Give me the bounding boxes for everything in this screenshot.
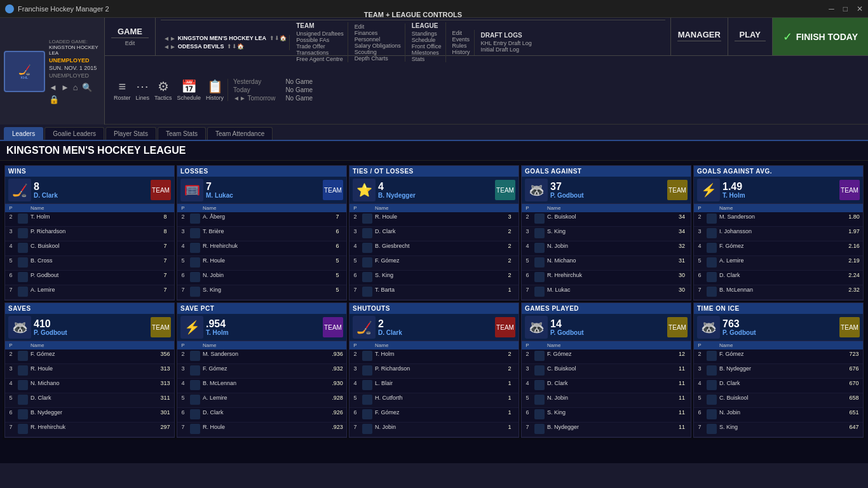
league-events[interactable]: Events — [452, 36, 470, 43]
stat-table-body: 2 T. Holm 2 3 P. Richardson 2 4 L. Blair… — [349, 349, 519, 437]
roster-btn[interactable]: ≡ Roster — [114, 79, 131, 101]
leader-number: 8 — [34, 182, 148, 192]
tab-goalie-leaders[interactable]: Goalie Leaders — [44, 127, 104, 140]
stat-table-body: 2 F. Gómez 723 3 B. Nydegger 676 4 D. Cl… — [694, 349, 863, 437]
leader-avatar: 🏒 — [8, 179, 31, 201]
stat-row: 3 F. Gómez .932 — [177, 364, 346, 379]
stat-row: 5 N. Jobin 11 — [522, 393, 691, 408]
team-menu-title: TEAM — [296, 22, 344, 29]
lock-btn[interactable]: 🔒 — [49, 95, 59, 104]
team-scouting[interactable]: Scouting — [355, 49, 401, 55]
stat-row: 6 D. Clark 2.24 — [694, 271, 863, 285]
league-title: LEAGUE — [412, 22, 442, 29]
stat-row: 4 R. Hrehirchuk 6 — [177, 241, 346, 256]
yesterday-value: No Game — [285, 78, 313, 85]
stat-row: 5 B. Cross 7 — [5, 256, 174, 271]
stat-row: 6 S. King 2 — [349, 271, 519, 285]
stat-leader: 🦝 37 P. Godbout TEAM — [522, 177, 691, 204]
stat-row: 4 L. Blair 1 — [349, 379, 519, 393]
stat-table-body: 2 C. Buiskool 34 3 S. King 34 4 N. Jobin… — [522, 212, 691, 300]
initial-draft-log[interactable]: Initial Draft Log — [481, 46, 532, 53]
stat-row: 7 B. McLennan 2.32 — [694, 285, 863, 300]
close-btn[interactable]: ✕ — [857, 4, 863, 13]
stat-table-header: P Name — [694, 341, 863, 349]
league-edit[interactable]: Edit — [452, 30, 470, 36]
league-schedule[interactable]: Schedule — [412, 37, 442, 43]
stat-row: 6 P. Godbout 7 — [5, 271, 174, 285]
stat-table: P Name 2 M. Sanderson 1.80 3 I. Johansso… — [694, 204, 863, 300]
game-menu: GAME Edit — [105, 18, 156, 55]
team-personnel[interactable]: Personnel — [355, 36, 401, 43]
league-rules[interactable]: Rules — [452, 43, 470, 49]
stat-row: 3 T. Brière 6 — [177, 227, 346, 241]
stat-card-goals_against_avg: GOALS AGAINST AVG. ⚡ 1.49 T. Holm TEAM P… — [693, 165, 864, 301]
app-header: 🏒 KHL LOADED GAME: KINGSTON HOCKEY LEA U… — [0, 18, 868, 125]
stat-row: 2 A. Åberg 7 — [177, 212, 346, 227]
team-edit[interactable]: Edit — [355, 24, 401, 30]
stat-row: 3 P. Richardson 8 — [5, 227, 174, 241]
team-logo: 🏒 KHL — [4, 51, 45, 92]
stat-row: 6 N. Jobin 5 — [177, 271, 346, 285]
stat-card-title: GAMES PLAYED — [522, 303, 691, 314]
search-btn[interactable]: 🔍 — [82, 83, 92, 92]
nav-right-btn[interactable]: ► — [61, 83, 69, 92]
stat-table: P Name 2 C. Buiskool 34 3 S. King 34 4 N… — [522, 204, 691, 300]
minimize-btn[interactable]: ─ — [829, 4, 834, 13]
leader-number: 4 — [378, 182, 492, 192]
tab-player-stats[interactable]: Player Stats — [105, 127, 156, 140]
stat-leader: ⭐ 4 B. Nydegger TEAM — [349, 177, 519, 204]
leader-avatar: 🏒 — [353, 316, 376, 339]
stat-row: 4 C. Buiskool 7 — [5, 241, 174, 256]
stat-row: 4 N. Jobin 32 — [522, 241, 691, 256]
league-standings[interactable]: Standings — [412, 30, 442, 37]
game-menu-title: GAME — [111, 27, 149, 38]
stat-card-title: SAVE PCT — [177, 303, 346, 314]
leader-avatar: ⚡ — [180, 316, 203, 339]
stat-row: 5 A. Lemire 2.19 — [694, 256, 863, 271]
stat-row: 4 B. McLennan .930 — [177, 379, 346, 393]
window-controls[interactable]: ─ □ ✕ — [829, 4, 863, 13]
game-date: SUN. NOV. 1 2015 — [49, 65, 100, 71]
stat-row: 2 F. Gómez 723 — [694, 349, 863, 364]
sub-tabs: Leaders Goalie Leaders Player Stats Team… — [0, 125, 868, 141]
lines-btn[interactable]: ⋯ Lines — [136, 79, 150, 101]
schedule-btn[interactable]: 📅 Schedule — [177, 79, 201, 101]
stat-card-wins: WINS 🏒 8 D. Clark TEAM P Name 2 — [4, 165, 175, 301]
tab-team-attendance[interactable]: Team Attendance — [207, 127, 273, 140]
team-unsigned[interactable]: Unsigned Draftees — [296, 30, 344, 37]
status1: UNEMPLOYED — [49, 57, 100, 64]
league-history[interactable]: History — [452, 49, 470, 55]
team-league-controls: TEAM + LEAGUE CONTROLS ◄► KINGSTON MEN'S… — [156, 18, 671, 55]
maximize-btn[interactable]: □ — [843, 4, 848, 13]
stat-table: P Name 2 F. Gómez 12 3 C. Buiskool 11 4 … — [522, 341, 691, 437]
team-trade[interactable]: Trade Offer — [296, 43, 344, 50]
finish-today-btn[interactable]: ✓ FINISH TODAY — [773, 18, 868, 55]
stat-card-time_on_ice: TIME ON ICE 🦝 763 P. Godbout TEAM P Name — [693, 302, 864, 438]
yesterday-label: Yesterday — [233, 78, 261, 85]
tab-leaders[interactable]: Leaders — [4, 127, 43, 140]
tab-team-stats[interactable]: Team Stats — [158, 127, 206, 140]
tactics-btn[interactable]: ⚙ Tactics — [154, 79, 172, 101]
leader-name: T. Holm — [206, 329, 320, 336]
team-possible-fas[interactable]: Possible FAs — [296, 37, 344, 43]
stat-table-body: 2 R. Houle 3 3 D. Clark 2 4 B. Giesbrech… — [349, 212, 519, 300]
league-front-office[interactable]: Front Office — [412, 43, 442, 50]
stat-row: 4 D. Clark 670 — [694, 379, 863, 393]
header-left-panel: 🏒 KHL LOADED GAME: KINGSTON HOCKEY LEA U… — [0, 18, 105, 125]
game-link-1[interactable]: Edit — [125, 40, 135, 46]
stat-row: 2 F. Gómez 356 — [5, 349, 174, 364]
play-title: PLAY — [735, 30, 766, 41]
history-btn[interactable]: 📋 History — [206, 79, 224, 101]
stat-row: 3 D. Clark 2 — [349, 227, 519, 241]
stat-row: 5 D. Clark 311 — [5, 393, 174, 408]
team-finances[interactable]: Finances — [355, 30, 401, 36]
stat-row: 7 M. Lukac 30 — [522, 285, 691, 300]
team-salary[interactable]: Salary Obligations — [355, 43, 401, 49]
khl-draft-log[interactable]: KHL Entry Draft Log — [481, 40, 532, 46]
home-btn[interactable]: ⌂ — [73, 83, 78, 92]
team-transactions[interactable]: Transactions — [296, 50, 344, 56]
league-milestones[interactable]: Milestones — [412, 50, 442, 56]
nav-left-btn[interactable]: ◄ — [49, 83, 57, 92]
stat-table: P Name 2 F. Gómez 356 3 R. Houle 313 4 N… — [5, 341, 174, 437]
stat-row: 7 B. Nydegger 11 — [522, 423, 691, 437]
